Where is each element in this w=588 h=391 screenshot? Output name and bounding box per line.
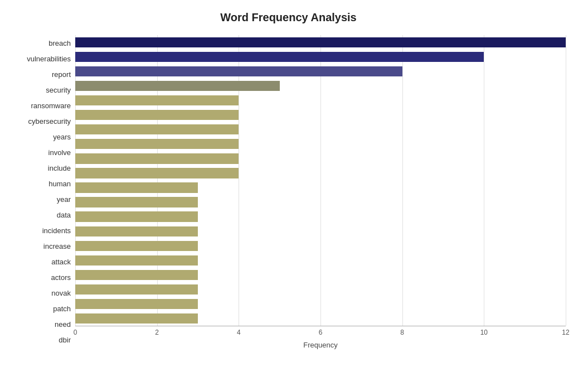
- x-tick-label: 4: [237, 329, 241, 336]
- y-label: attack: [51, 254, 71, 270]
- y-label: include: [48, 160, 71, 176]
- bar: [75, 52, 484, 62]
- x-tick-label: 2: [155, 329, 159, 336]
- bar-row: [75, 282, 566, 297]
- bar-row: [75, 195, 566, 210]
- x-tick-label: 8: [400, 329, 404, 336]
- y-axis: breachvulnerabilitiesreportsecurityranso…: [11, 35, 75, 348]
- y-label: patch: [53, 301, 71, 317]
- bar-row: [75, 122, 566, 137]
- y-label: novak: [51, 286, 71, 301]
- bar: [75, 66, 402, 76]
- y-label: need: [55, 317, 71, 332]
- y-label: security: [46, 82, 71, 98]
- bar: [75, 284, 198, 295]
- x-tick-label: 0: [74, 329, 77, 336]
- y-label: vulnerabilities: [27, 51, 71, 66]
- bar: [75, 182, 198, 192]
- y-label: breach: [48, 35, 71, 51]
- y-label: years: [53, 129, 71, 144]
- bar-row: [75, 311, 566, 326]
- bar: [75, 255, 198, 266]
- y-label: involve: [48, 144, 71, 160]
- y-label: ransomware: [31, 98, 71, 113]
- bar: [75, 153, 239, 163]
- bar-row: [75, 166, 566, 180]
- y-label: report: [52, 66, 71, 82]
- bar-row: [75, 79, 566, 93]
- bars-wrapper: [75, 35, 566, 326]
- bar: [75, 110, 239, 120]
- bar-row: [75, 108, 566, 122]
- bar: [75, 226, 198, 236]
- bar-row: [75, 93, 566, 108]
- chart-title: Word Frequency Analysis: [11, 11, 566, 24]
- chart-container: Word Frequency Analysis breachvulnerabil…: [0, 0, 588, 391]
- y-label: actors: [51, 270, 71, 286]
- bar-row: [75, 253, 566, 268]
- y-label: data: [57, 207, 71, 223]
- x-axis: 024681012 Frequency: [75, 326, 566, 348]
- bar: [75, 313, 198, 324]
- bar: [75, 211, 198, 221]
- bar: [75, 37, 566, 47]
- y-label: cybersecurity: [28, 113, 71, 129]
- bar-row: [75, 35, 566, 50]
- bar: [75, 197, 198, 207]
- y-label: dbir: [59, 332, 71, 348]
- chart-area: breachvulnerabilitiesreportsecurityranso…: [11, 35, 566, 348]
- bar-row: [75, 151, 566, 166]
- bar: [75, 299, 198, 309]
- bar: [75, 95, 239, 105]
- bar: [75, 270, 198, 280]
- bar-row: [75, 210, 566, 224]
- bar-row: [75, 224, 566, 239]
- bar: [75, 124, 239, 134]
- y-label: increase: [43, 239, 71, 254]
- bar-row: [75, 180, 566, 195]
- bar-row: [75, 297, 566, 311]
- bar-row: [75, 268, 566, 282]
- bar-row: [75, 64, 566, 79]
- bar: [75, 168, 239, 178]
- grid-line: [566, 35, 566, 326]
- bar-row: [75, 137, 566, 151]
- bar: [75, 81, 280, 91]
- y-label: human: [48, 176, 71, 191]
- y-label: year: [57, 191, 71, 207]
- bar-row: [75, 50, 566, 64]
- bar: [75, 139, 239, 149]
- x-ticks: 024681012: [75, 327, 566, 339]
- x-tick-label: 12: [562, 329, 569, 336]
- bar-row: [75, 239, 566, 253]
- x-tick-label: 6: [319, 329, 323, 336]
- x-axis-line: [75, 326, 566, 326]
- x-axis-label: Frequency: [75, 341, 566, 349]
- bars-section: 024681012 Frequency: [75, 35, 566, 348]
- bar: [75, 241, 198, 251]
- y-label: incidents: [42, 223, 71, 239]
- x-tick-label: 10: [480, 329, 488, 336]
